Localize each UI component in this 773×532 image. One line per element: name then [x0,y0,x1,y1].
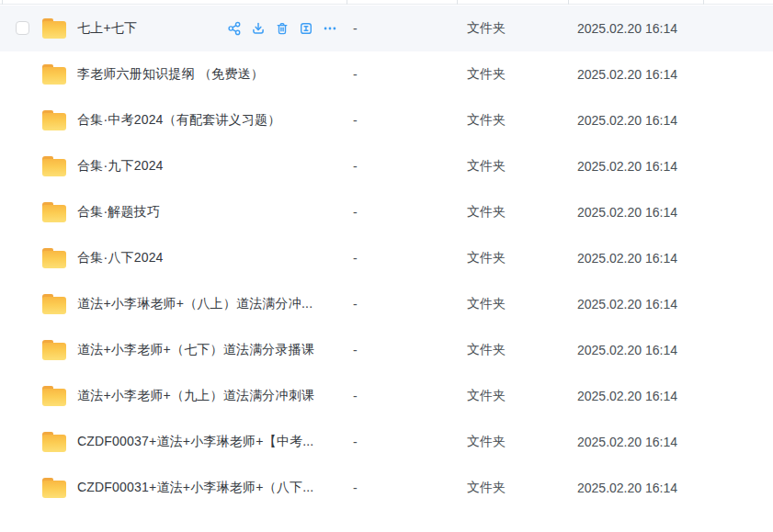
file-name[interactable]: 七上+七下 [77,20,137,37]
more-icon [323,21,337,36]
column-divider [457,0,458,5]
delete-icon [275,21,290,36]
column-divider [2,0,3,5]
table-row[interactable]: 道法+小李琳老师+（八上）道法满分冲... [0,281,773,327]
download-icon [251,21,266,36]
row-actions [227,21,337,36]
table-row[interactable]: 道法+小李老师+（九上）道法满分冲刺课 [0,373,773,419]
file-name[interactable]: 合集·九下2024 [77,158,164,175]
share-icon [227,21,242,36]
file-modified: 2025.02.20 16:14 [577,435,677,449]
folder-icon [42,386,66,406]
folder-icon [42,18,66,39]
file-type: 文件夹 [467,158,506,175]
file-name[interactable]: 道法+小李老师+（九上）道法满分冲刺课 [77,388,314,404]
file-name[interactable]: 道法+小李老师+（七下）道法满分录播课 [77,342,314,358]
file-type: 文件夹 [467,296,506,312]
file-size: - [353,205,358,220]
column-divider [568,0,569,5]
file-type: 文件夹 [467,20,506,37]
file-modified: 2025.02.20 16:14 [577,67,677,82]
file-name[interactable]: 道法+小李琳老师+（八上）道法满分冲... [77,296,313,312]
file-type: 文件夹 [467,388,506,404]
file-name[interactable]: 合集·八下2024 [77,250,164,266]
table-row[interactable]: 合集·中考2024（有配套讲义习题） [0,97,773,143]
file-size: - [353,251,358,266]
folder-icon [42,340,66,360]
row-checkbox[interactable] [16,21,29,35]
table-row[interactable]: 合集·九下2024 [0,143,773,189]
file-size: - [353,389,358,403]
file-modified: 2025.02.20 16:14 [577,251,677,266]
file-name[interactable]: 合集·中考2024（有配套讲义习题） [77,112,280,129]
file-list: 七上+七下 [0,6,773,511]
file-size: - [353,435,358,449]
file-name[interactable]: CZDF00037+道法+小李琳老师+【中考... [77,434,313,450]
file-size: - [353,481,358,495]
file-size: - [353,67,358,82]
share-button[interactable] [227,21,242,36]
table-row[interactable]: CZDF00031+道法+小李琳老师+（八下... [0,465,773,511]
file-modified: 2025.02.20 16:14 [577,113,677,128]
table-row[interactable]: CZDF00037+道法+小李琳老师+【中考... [0,419,773,465]
table-row[interactable]: 合集·解题技巧 [0,189,773,235]
folder-icon [42,294,66,314]
file-modified: 2025.02.20 16:14 [577,389,677,403]
folder-icon [42,202,66,222]
file-type: 文件夹 [467,250,506,266]
more-button[interactable] [323,21,337,36]
file-modified: 2025.02.20 16:14 [577,21,677,36]
file-modified: 2025.02.20 16:14 [577,159,677,174]
file-type: 文件夹 [467,434,506,450]
folder-icon [42,156,66,176]
file-name[interactable]: CZDF00031+道法+小李琳老师+（八下... [77,480,313,496]
delete-button[interactable] [275,21,290,36]
table-row[interactable]: 七上+七下 [0,6,773,51]
file-modified: 2025.02.20 16:14 [577,297,677,311]
table-row[interactable]: 道法+小李老师+（七下）道法满分录播课 [0,327,773,373]
folder-icon [42,248,66,268]
file-size: - [353,113,358,128]
column-divider [703,0,704,5]
file-type: 文件夹 [467,204,506,221]
file-type: 文件夹 [467,480,506,496]
folder-icon [42,64,66,85]
file-modified: 2025.02.20 16:14 [577,481,677,495]
folder-icon [42,432,66,452]
file-size: - [353,297,358,311]
file-size: - [353,21,358,36]
rename-button[interactable] [299,21,313,36]
file-type: 文件夹 [467,112,506,129]
file-name[interactable]: 李老师六册知识提纲 （免费送） [77,66,264,83]
download-button[interactable] [251,21,266,36]
file-modified: 2025.02.20 16:14 [577,343,677,357]
table-row[interactable]: 李老师六册知识提纲 （免费送） [0,51,773,97]
file-modified: 2025.02.20 16:14 [577,205,677,220]
table-header-edge [0,0,773,5]
table-row[interactable]: 合集·八下2024 [0,235,773,281]
file-name[interactable]: 合集·解题技巧 [77,204,160,221]
folder-icon [42,478,66,498]
file-manager-screen: 七上+七下 [0,0,773,532]
file-size: - [353,343,358,357]
file-size: - [353,159,358,174]
column-divider [347,0,347,5]
file-type: 文件夹 [467,342,506,358]
folder-icon [42,110,66,130]
rename-icon [299,21,313,36]
file-type: 文件夹 [467,66,506,83]
